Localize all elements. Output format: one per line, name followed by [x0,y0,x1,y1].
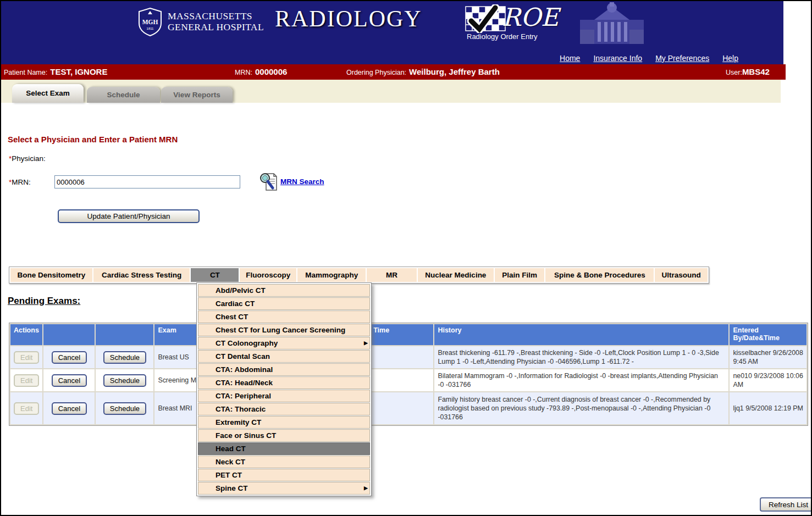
physician-field-label: *Physician: [9,154,46,163]
mrn-label-text: MRN: [12,178,31,186]
user-label: User: [726,69,742,76]
update-patient-physician-button[interactable]: Update Patient/Physician [58,209,200,223]
cancel-button[interactable]: Cancel [52,351,87,364]
ct-menu-item-label: CT Dental Scan [216,352,270,360]
col-blank-1 [43,324,95,345]
modality-fluoroscopy[interactable]: Fluoroscopy [240,268,296,282]
ct-menu-item-label: Head CT [216,445,246,453]
nav-link-insurance-info[interactable]: Insurance Info [593,54,642,63]
hospital-name-line1: MASSACHUSETTS [168,10,264,21]
modality-mr[interactable]: MR [367,268,416,282]
ct-menu-item-cardiac-ct[interactable]: Cardiac CT [198,297,370,310]
ct-menu-item-label: CTA: Peripheral [216,392,271,400]
schedule-button[interactable]: Schedule [103,351,146,364]
schedule-button[interactable]: Schedule [103,374,146,387]
col-blank-2 [96,324,153,345]
mrn-label: MRN: [235,69,252,76]
roe-subtitle: Radiology Order Entry [467,32,538,41]
roe-acronym: ROE [502,4,559,31]
history-cell: Bilateral Mammogram -0 -,Information for… [434,369,728,391]
tab-schedule[interactable]: Schedule [87,87,160,103]
patient-name-label: Patient Name: [4,69,47,76]
col-history: History [434,324,728,345]
ct-menu-item-ct-dental-scan[interactable]: CT Dental Scan [198,350,370,363]
ct-menu-item-chest-ct[interactable]: Chest CT [198,310,370,323]
ct-menu-item-label: Neck CT [216,458,245,466]
mrn-input[interactable] [54,175,240,188]
mrn-search-icon[interactable] [259,172,278,192]
cancel-button[interactable]: Cancel [52,402,87,415]
mrn-search-link[interactable]: MRN Search [280,177,324,186]
patient-name-value: TEST, IGNORE [50,67,107,76]
col-actions: Actions [10,324,42,345]
ct-menu-item-head-ct[interactable]: Head CT [198,442,370,455]
refresh-list-button[interactable]: Refresh List [760,497,812,512]
mgh-logo: MGH 1811 MASSACHUSETTS GENERAL HOSPITAL [137,7,264,37]
tab-select-exam[interactable]: Select Exam [12,84,84,103]
table-header-row: Actions Exam Scheduled Date & Time Histo… [10,324,807,345]
building-graphic-image [576,1,648,44]
nav-link-my-preferences[interactable]: My Preferences [655,54,709,63]
ct-menu-item-neck-ct[interactable]: Neck CT [198,456,370,468]
mrn-value: 0000006 [255,67,287,76]
edit-button[interactable]: Edit [14,351,39,364]
mrn-group: MRN:0000006 [235,64,287,80]
schedule-button[interactable]: Schedule [103,402,146,415]
form-heading: Select a Physician and Enter a Patient M… [8,135,178,144]
ct-menu-item-cta-peripheral[interactable]: CTA: Peripheral [198,390,370,402]
ct-menu-item-cta-head-neck[interactable]: CTA: Head/Neck [198,376,370,389]
table-row: Edit Cancel Schedule Breast MRI Family h… [10,392,807,424]
modality-plain-film[interactable]: Plain Film [495,268,544,282]
patient-info-bar: Patient Name:TEST, IGNORE MRN:0000006 Or… [1,64,786,80]
ct-menu-item-label: Chest CT [216,313,248,321]
modality-nuclear-medicine[interactable]: Nuclear Medicine [418,268,494,282]
tab-view-reports[interactable]: View Reports [161,87,233,103]
modality-ct[interactable]: CT [191,268,239,282]
ct-menu-item-cta-abdominal[interactable]: CTA: Abdominal [198,363,370,376]
ct-menu-item-ct-colonography[interactable]: CT Colonography [198,337,370,349]
col-entered-by: Entered By/Date&Time [730,324,807,345]
edit-button[interactable]: Edit [14,374,39,387]
ordering-physician-group: Ordering Physician:Weilburg, Jeffrey Bar… [346,64,500,80]
entered-by-cell: kisselbacher 9/26/2008 9:45 AM [730,346,807,368]
hospital-name: MASSACHUSETTS GENERAL HOSPITAL [168,7,264,32]
ct-menu-item-extremity-ct[interactable]: Extremity CT [198,416,370,429]
cancel-button[interactable]: Cancel [52,374,87,387]
ordering-physician-value: Weilburg, Jeffrey Barth [409,67,500,76]
ct-menu-item-label: Abd/Pelvic CT [216,286,266,295]
ct-dropdown-menu: Abd/Pelvic CT Cardiac CT Chest CT Chest … [196,282,372,496]
history-cell: Breast thickening -611.79 -,Breast thick… [434,346,728,368]
nav-link-home[interactable]: Home [560,54,580,63]
modality-bone-densitometry[interactable]: Bone Densitometry [10,268,92,282]
ct-menu-item-label: Extremity CT [216,418,261,426]
modality-ultrasound[interactable]: Ultrasound [655,268,708,282]
ct-menu-item-pet-ct[interactable]: PET CT [198,469,370,481]
modality-cardiac-stress-testing[interactable]: Cardiac Stress Testing [93,268,190,282]
ct-menu-item-label: Spine CT [216,484,248,492]
roe-logo: ROE [465,4,559,33]
nav-link-help[interactable]: Help [722,54,738,63]
app-window: MGH 1811 MASSACHUSETTS GENERAL HOSPITAL … [0,0,812,516]
patient-name-group: Patient Name:TEST, IGNORE [4,64,107,80]
ct-menu-item-label: CTA: Abdominal [216,365,273,374]
ct-menu-item-label: Cardiac CT [216,299,255,308]
entered-by-cell: ne010 9/23/2008 10:06 AM [730,369,807,391]
pending-exams-table: Actions Exam Scheduled Date & Time Histo… [9,323,808,426]
history-cell: Family history breast cancer -0 -,Curren… [434,392,728,424]
shield-abbr: MGH [142,19,158,25]
modality-mammography[interactable]: Mammography [297,268,366,282]
entered-by-cell: ljq1 9/5/2008 12:19 PM [730,392,807,424]
ordering-physician-label: Ordering Physician: [346,69,406,76]
ct-menu-item-cta-thoracic[interactable]: CTA: Thoracic [198,403,370,415]
ct-menu-item-spine-ct[interactable]: Spine CT [198,482,370,495]
physician-label-text: Physician: [12,154,46,163]
ct-menu-item-face-or-sinus-ct[interactable]: Face or Sinus CT [198,429,370,442]
edit-button[interactable]: Edit [14,402,39,415]
ct-menu-item-chest-ct-lung-cancer-screening[interactable]: Chest CT for Lung Cancer Screening [198,324,370,336]
modality-menu-bar: Bone Densitometry Cardiac Stress Testing… [9,267,709,284]
table-row: Edit Cancel Schedule Screening Mammograp… [10,369,807,391]
ct-menu-item-abd-pelvic-ct[interactable]: Abd/Pelvic CT [198,284,370,297]
modality-spine-bone-procedures[interactable]: Spine & Bone Procedures [545,268,654,282]
user-value: MBS42 [742,67,770,76]
mrn-field-label: *MRN: [9,178,31,186]
